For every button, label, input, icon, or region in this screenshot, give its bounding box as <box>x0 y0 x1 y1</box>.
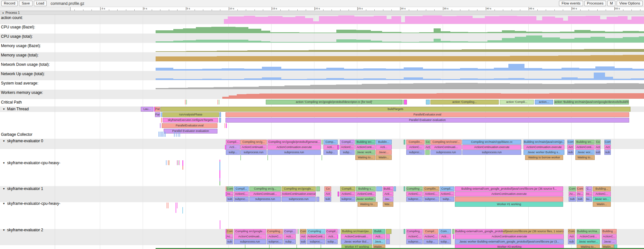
cpu-bazel-counter-sample[interactable] <box>183 28 196 33</box>
trace-event-bar[interactable]: Com <box>577 186 583 191</box>
trace-event-bar[interactable]: sub <box>577 197 583 202</box>
sys-load-counter-sample[interactable] <box>310 85 336 89</box>
sys-load-counter-sample[interactable] <box>639 84 644 89</box>
track-label[interactable]: ▼skyframe-evaluator 0 <box>1 139 43 143</box>
trace-event-bar[interactable]: ActionC... <box>267 234 283 239</box>
trace-event-bar[interactable]: Com... <box>439 229 451 234</box>
trace-event-bar[interactable]: Waitin... <box>376 155 392 160</box>
trace-event-bar[interactable]: ActionContinuati... <box>341 234 372 239</box>
trace-event-bar[interactable]: Act <box>568 234 575 239</box>
trace-event-bar[interactable]: Com <box>604 140 611 144</box>
workers-mem-counter-sample[interactable] <box>229 95 237 99</box>
workers-mem-counter-sample[interactable] <box>388 94 437 99</box>
trace-event-bar[interactable] <box>220 220 220 229</box>
trace-event-bar[interactable]: Javac worker Bul... <box>341 239 372 244</box>
trace-event-bar[interactable] <box>219 178 220 181</box>
mem-bazel-counter-sample[interactable] <box>492 49 523 52</box>
cpu-total-counter-sample[interactable] <box>248 41 261 43</box>
net-up-counter-sample[interactable] <box>460 78 478 80</box>
net-up-counter-sample[interactable] <box>404 77 423 80</box>
cpu-total-counter-sample[interactable] <box>605 38 623 43</box>
trace-event-bar[interactable] <box>219 118 221 123</box>
trace-event-bar[interactable]: Com <box>226 229 233 234</box>
trace-event-bar[interactable]: Compiling... <box>267 229 283 234</box>
net-up-counter-sample[interactable] <box>478 79 494 80</box>
trace-event-bar[interactable] <box>452 229 454 234</box>
net-up-counter-sample[interactable] <box>173 79 202 80</box>
trace-event-bar[interactable] <box>219 100 219 105</box>
cpu-total-counter-sample[interactable] <box>639 36 644 43</box>
mem-total-counter-sample[interactable] <box>623 55 644 61</box>
cpu-total-counter-sample[interactable] <box>441 41 450 43</box>
trace-event-bar[interactable] <box>267 155 268 160</box>
trace-event-bar[interactable] <box>160 123 161 128</box>
trace-event-bar[interactable]: ActionContinuati... <box>240 145 267 150</box>
trace-event-bar[interactable]: Act <box>567 145 574 150</box>
cpu-bazel-counter-sample[interactable] <box>270 32 299 33</box>
trace-event-bar[interactable] <box>167 203 167 208</box>
action-count-counter-sample[interactable] <box>374 16 387 24</box>
cpu-total-counter-sample[interactable] <box>468 42 487 43</box>
trace-event-bar[interactable]: Compiling src/google... <box>282 186 316 191</box>
action-count-counter-sample[interactable] <box>600 19 607 24</box>
trace-event-bar[interactable]: subprocess.run <box>267 150 321 155</box>
cpu-bazel-counter-sample[interactable] <box>382 32 401 33</box>
trace-event-bar[interactable]: Building src... <box>575 140 595 144</box>
net-down-counter-sample[interactable] <box>441 69 460 71</box>
track-label[interactable]: ▼skyframe-evaluator 2 <box>1 228 43 232</box>
trace-event-bar[interactable]: sub <box>226 239 233 244</box>
net-up-counter-sample[interactable] <box>281 79 307 80</box>
view-options-button[interactable]: View Options <box>617 1 643 6</box>
trace-event-bar[interactable]: Compi... <box>284 229 296 234</box>
cpu-total-counter-sample[interactable] <box>515 37 526 43</box>
net-down-counter-sample[interactable] <box>595 66 615 71</box>
trace-event-bar[interactable] <box>316 186 320 191</box>
trace-event-bar[interactable]: C... <box>586 186 592 191</box>
trace-event-bar[interactable]: Compili... <box>340 186 355 191</box>
collapse-arrow-icon[interactable]: ▼ <box>3 162 5 164</box>
trace-event-bar[interactable]: Compiling src/google... <box>234 229 266 234</box>
trace-event-bar[interactable]: Acti... <box>226 145 240 150</box>
trace-event-bar[interactable]: ActionContinuation.execute <box>455 192 563 196</box>
cpu-bazel-counter-sample[interactable] <box>434 28 441 33</box>
trace-event-bar[interactable]: Compilin... <box>423 186 439 191</box>
trace-event-bar[interactable]: sub <box>324 197 331 202</box>
cpu-total-counter-sample[interactable] <box>371 41 382 43</box>
mem-bazel-counter-sample[interactable] <box>156 51 186 52</box>
trace-event-bar[interactable] <box>322 155 322 160</box>
trace-event-bar[interactable]: Javac worker Building s... <box>524 150 564 155</box>
trace-event-bar[interactable]: sub <box>300 239 306 244</box>
trace-event-bar[interactable]: Act <box>604 145 611 150</box>
trace-event-bar[interactable]: Building s... <box>356 186 376 191</box>
action-count-counter-sample[interactable] <box>295 16 305 24</box>
trace-event-bar[interactable] <box>177 203 178 208</box>
trace-event-bar[interactable]: Par <box>155 112 160 117</box>
trace-event-bar[interactable]: Wai... <box>383 202 393 207</box>
net-down-counter-sample[interactable] <box>222 68 244 71</box>
load-button[interactable]: Load <box>34 1 47 6</box>
net-up-counter-sample[interactable] <box>605 77 613 80</box>
action-count-counter-sample[interactable] <box>586 16 600 24</box>
mem-total-counter-sample[interactable] <box>217 56 278 61</box>
trace-event-bar[interactable]: ActionContinuation.execute <box>455 234 564 239</box>
trace-event-bar[interactable]: subp... <box>226 150 240 155</box>
action-count-counter-sample[interactable] <box>568 16 586 24</box>
trace-event-bar[interactable] <box>338 192 339 196</box>
action-count-counter-sample[interactable] <box>391 16 401 24</box>
processes-button[interactable]: Processes <box>584 1 606 6</box>
track-label[interactable]: Memory usage (Bazel): <box>1 44 41 48</box>
cpu-total-counter-sample[interactable] <box>235 40 248 43</box>
cpu-bazel-counter-sample[interactable] <box>450 32 468 33</box>
trace-event-bar[interactable]: subp... <box>323 150 338 155</box>
cpu-bazel-counter-sample[interactable] <box>371 31 382 33</box>
action-count-counter-sample[interactable] <box>255 17 268 24</box>
net-up-counter-sample[interactable] <box>363 78 386 80</box>
trace-event-bar[interactable]: Java... <box>373 239 385 244</box>
cpu-total-counter-sample[interactable] <box>502 38 515 43</box>
cpu-total-counter-sample[interactable] <box>382 42 401 43</box>
trace-event-bar[interactable]: subprocess.run <box>282 197 316 202</box>
sys-load-counter-sample[interactable] <box>478 83 510 89</box>
sys-load-counter-sample[interactable] <box>168 88 188 89</box>
action-count-counter-sample[interactable] <box>401 22 405 24</box>
trace-event-bar[interactable]: ActionC... <box>234 192 249 196</box>
